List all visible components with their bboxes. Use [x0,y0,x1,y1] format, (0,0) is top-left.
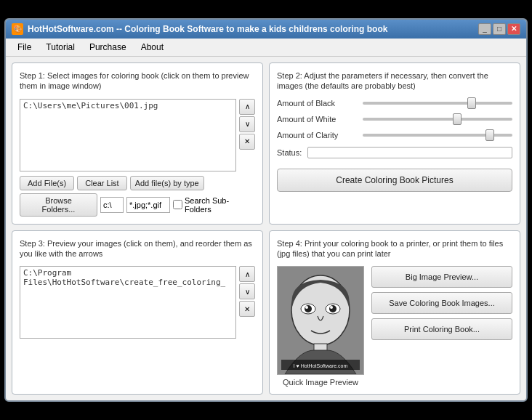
step3-delete-button[interactable]: ✕ [239,301,255,317]
menu-file[interactable]: File [12,41,37,54]
param-row-black: Amount of Black [277,99,512,108]
param-black-label: Amount of Black [277,99,357,108]
add-files-button[interactable]: Add File(s) [20,176,74,190]
window-controls: _ □ ✕ [478,23,520,35]
quick-preview-image: I ♥ HotHotSoftware.com [277,266,364,375]
menu-tutorial[interactable]: Tutorial [40,41,81,54]
content-area: Step 1: Select images for coloring book … [6,57,526,400]
quick-preview-container: I ♥ HotHotSoftware.com Quick Image Previ… [277,266,364,387]
window-title: HotHotSoftware.com -- Coloring Book Soft… [28,24,387,34]
maximize-button[interactable]: □ [493,23,506,35]
menu-about[interactable]: About [135,41,169,54]
title-bar-left: 🎨 HotHotSoftware.com -- Coloring Book So… [12,23,387,35]
quick-preview-label: Quick Image Preview [277,378,364,387]
menu-purchase[interactable]: Purchase [84,41,132,54]
slider-white-thumb[interactable] [453,113,462,125]
status-label: Status: [277,148,302,157]
step2-title: Step 2: Adjust the parameters if necessa… [277,70,512,92]
coloring-book-svg: I ♥ HotHotSoftware.com [278,267,363,374]
step3-up-button[interactable]: ∧ [239,266,255,282]
step1-file-list[interactable]: C:\Users\me\Pictures\001.jpg [20,99,236,171]
step1-browse-row: Browse Folders... Search Sub-Folders [20,193,255,217]
search-sub-text: Search Sub-Folders [185,196,255,214]
step3-down-button[interactable]: ∨ [239,283,255,299]
big-preview-button[interactable]: Big Image Preview... [371,266,512,288]
sketch-image: I ♥ HotHotSoftware.com [278,267,363,374]
status-row: Status: [277,147,512,158]
overlay-text: I ♥ HotHotSoftware.com [294,363,348,368]
step3-title: Step 3: Preview your images (click on th… [20,238,255,259]
title-bar: 🎨 HotHotSoftware.com -- Coloring Book So… [6,20,526,39]
step1-title: Step 1: Select images for coloring book … [20,70,255,92]
step1-controls: ∧ ∨ ✕ [239,99,255,150]
param-clarity-label: Amount of Clarity [277,131,357,140]
print-coloring-book-button[interactable]: Print Coloring Book... [371,318,512,340]
step4-title: Step 4: Print your coloring book to a pr… [277,238,512,259]
step3-controls: ∧ ∨ ✕ [239,266,255,317]
minimize-button[interactable]: _ [478,23,491,35]
search-sub-label[interactable]: Search Sub-Folders [173,196,255,214]
slider-white-track [363,118,512,121]
slider-clarity-thumb[interactable] [485,129,494,141]
step1-file-row: C:\Users\me\Pictures\001.jpg ∧ ∨ ✕ [20,99,255,171]
param-white-label: Amount of White [277,115,357,124]
step2-panel: Step 2: Adjust the parameters if necessa… [269,62,520,225]
path-input[interactable] [100,197,124,213]
step1-down-button[interactable]: ∨ [239,116,255,132]
step3-file-list[interactable]: C:\Program Files\HotHotSoftware\create_f… [20,266,236,339]
svg-point-3 [305,305,312,312]
step4-buttons: Big Image Preview... Save Coloring Book … [371,266,512,387]
slider-clarity-track [363,134,512,137]
main-window: 🎨 HotHotSoftware.com -- Coloring Book So… [4,18,528,402]
save-coloring-book-button[interactable]: Save Coloring Book Images... [371,292,512,314]
step3-file-row: C:\Program Files\HotHotSoftware\create_f… [20,266,255,339]
svg-point-7 [330,306,333,309]
param-row-white: Amount of White [277,115,512,124]
file-types-input[interactable] [126,197,170,213]
slider-black-thumb[interactable] [467,97,476,109]
add-by-type-button[interactable]: Add file(s) by type [130,176,204,190]
step4-content: I ♥ HotHotSoftware.com Quick Image Previ… [277,266,512,387]
step1-delete-button[interactable]: ✕ [239,134,255,150]
menu-bar: File Tutorial Purchase About [6,39,526,57]
app-icon: 🎨 [12,23,23,35]
step3-panel: Step 3: Preview your images (click on th… [12,230,263,395]
svg-point-4 [305,306,308,309]
step1-up-button[interactable]: ∧ [239,99,255,115]
step4-panel: Step 4: Print your coloring book to a pr… [269,230,520,395]
param-row-clarity: Amount of Clarity [277,131,512,140]
close-button[interactable]: ✕ [507,23,520,35]
status-bar [307,147,512,158]
svg-point-6 [329,305,336,312]
search-sub-checkbox[interactable] [173,200,182,209]
slider-black-track [363,102,512,105]
step1-panel: Step 1: Select images for coloring book … [12,62,263,225]
browse-folders-button[interactable]: Browse Folders... [20,193,97,217]
create-coloring-book-button[interactable]: Create Coloring Book Pictures [277,169,512,192]
clear-list-button[interactable]: Clear List [77,176,126,190]
step1-btn-row: Add File(s) Clear List Add file(s) by ty… [20,176,255,190]
